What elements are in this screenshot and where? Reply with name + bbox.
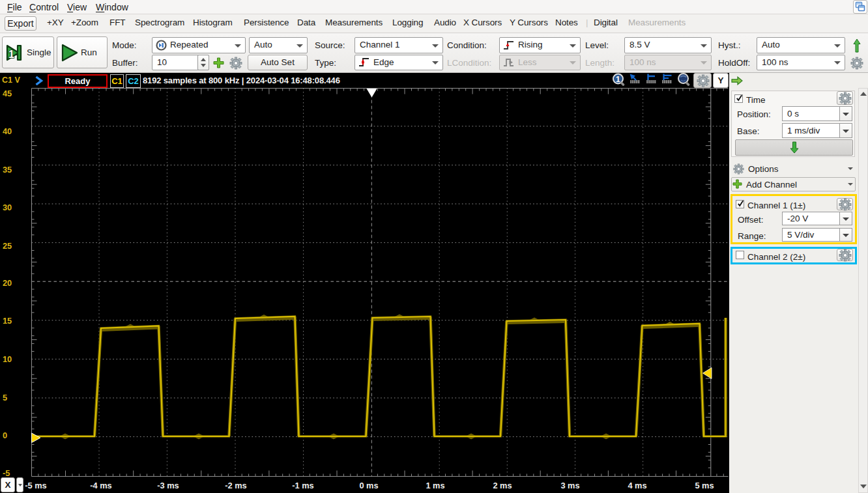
svg-text:25: 25 — [3, 241, 12, 251]
svg-text:-5 ms: -5 ms — [25, 481, 46, 490]
svg-text:1 ms: 1 ms — [426, 481, 444, 490]
svg-text:-4 ms: -4 ms — [90, 481, 111, 490]
svg-text:5 ms: 5 ms — [695, 481, 714, 490]
svg-text:30: 30 — [3, 203, 12, 212]
svg-text:3 ms: 3 ms — [560, 481, 579, 490]
svg-text:0 ms: 0 ms — [359, 481, 378, 490]
svg-text:1: 1 — [616, 75, 620, 84]
svg-text:-1 ms: -1 ms — [292, 481, 313, 490]
svg-text:2 ms: 2 ms — [493, 481, 512, 490]
svg-text:35: 35 — [3, 165, 12, 175]
svg-text:15: 15 — [3, 316, 12, 326]
svg-text:45: 45 — [3, 89, 12, 98]
svg-text:40: 40 — [3, 126, 12, 136]
svg-text:1: 1 — [8, 49, 14, 60]
svg-text:20: 20 — [3, 278, 12, 288]
svg-text:0: 0 — [3, 430, 7, 440]
svg-text:4 ms: 4 ms — [628, 481, 646, 490]
svg-text:5: 5 — [3, 393, 7, 402]
svg-text:-3 ms: -3 ms — [157, 481, 179, 490]
svg-text:-2 ms: -2 ms — [225, 481, 246, 490]
svg-text:10: 10 — [3, 354, 12, 364]
svg-text:-5: -5 — [3, 468, 10, 478]
